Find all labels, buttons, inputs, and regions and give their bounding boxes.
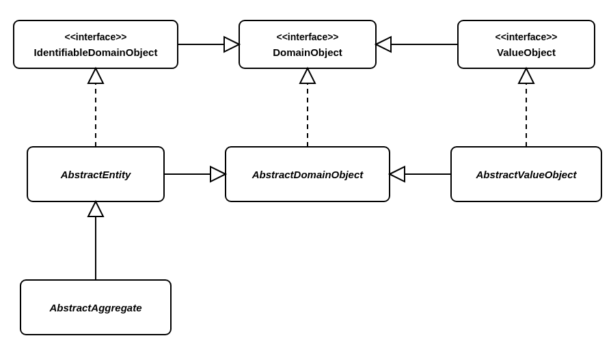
svg-rect-2: [458, 20, 595, 68]
svg-marker-16: [519, 68, 534, 83]
node-abstract-value-object: AbstractValueObject: [451, 147, 601, 201]
svg-marker-22: [88, 201, 103, 216]
edge-abstract-value-realizes-value: [519, 68, 534, 147]
edge-abstract-entity-to-abstract-domain: [164, 167, 226, 182]
edge-value-to-domain: [376, 37, 458, 52]
node-abstract-entity: AbstractEntity: [27, 147, 164, 201]
edge-abstract-aggregate-to-abstract-entity: [88, 201, 103, 280]
node-value-object: <<interface>> ValueObject: [458, 20, 595, 68]
class-name: AbstractEntity: [60, 169, 131, 180]
stereotype: <<interface>>: [64, 31, 126, 42]
uml-diagram: <<interface>> IdentifiableDomainObject <…: [0, 0, 611, 364]
class-name: AbstractDomainObject: [252, 169, 364, 180]
svg-marker-12: [88, 68, 103, 83]
class-name: ValueObject: [497, 46, 556, 58]
class-name: IdentifiableDomainObject: [34, 46, 158, 58]
stereotype: <<interface>>: [495, 31, 557, 42]
svg-marker-20: [390, 167, 405, 182]
svg-marker-14: [300, 68, 315, 83]
class-name: AbstractValueObject: [476, 169, 578, 180]
edge-abstract-value-to-abstract-domain: [390, 167, 451, 182]
stereotype: <<interface>>: [276, 31, 338, 42]
node-identifiable-domain-object: <<interface>> IdentifiableDomainObject: [14, 20, 178, 68]
node-domain-object: <<interface>> DomainObject: [239, 20, 376, 68]
node-abstract-aggregate: AbstractAggregate: [21, 280, 171, 335]
edge-abstract-domain-realizes-domain: [300, 68, 315, 147]
node-abstract-domain-object: AbstractDomainObject: [226, 147, 390, 201]
svg-marker-18: [211, 167, 226, 182]
svg-rect-1: [239, 20, 376, 68]
class-name: DomainObject: [273, 46, 342, 58]
svg-marker-10: [376, 37, 391, 52]
edge-abstract-entity-realizes-identifiable: [88, 68, 103, 147]
svg-marker-8: [224, 37, 239, 52]
class-name: AbstractAggregate: [49, 302, 141, 313]
svg-rect-0: [14, 20, 178, 68]
edge-identifiable-to-domain: [178, 37, 239, 52]
